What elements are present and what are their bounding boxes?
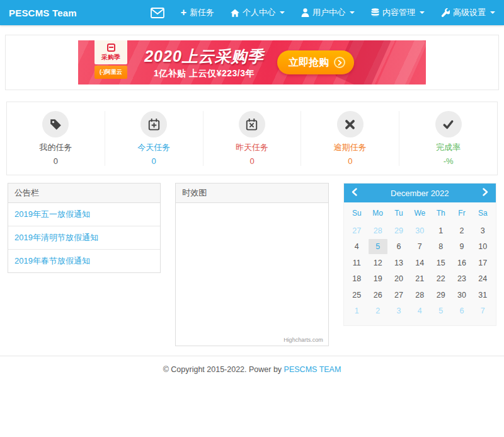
calendar-cell: 1 — [430, 223, 451, 239]
calendar-day[interactable]: 14 — [410, 255, 429, 271]
plus-icon: + — [181, 8, 186, 18]
calendar-day[interactable]: 29 — [432, 288, 450, 303]
calendar-day[interactable]: 20 — [389, 271, 408, 286]
calendar-day[interactable]: 27 — [389, 288, 408, 303]
calendar-day[interactable]: 23 — [452, 271, 471, 286]
copyright-text: © Copyright 2015-2022. Power by — [163, 365, 282, 374]
calendar-day[interactable]: 16 — [452, 255, 471, 271]
announcements-list: 2019年五一放假通知 2019年清明节放假通知 2019年春节放假通知 — [8, 203, 160, 272]
calendar-day[interactable]: 26 — [369, 288, 387, 303]
stat-label: 今天任务 — [105, 142, 203, 153]
calendar-cell: 13 — [388, 255, 409, 271]
stat-label: 昨天任务 — [203, 142, 301, 153]
calendar-cell: 6 — [388, 239, 409, 255]
announcements-panel: 公告栏 2019年五一放假通知 2019年清明节放假通知 2019年春节放假通知 — [8, 183, 161, 273]
calendar-day[interactable]: 3 — [473, 223, 492, 238]
calendar-day[interactable]: 1 — [347, 303, 366, 318]
calendar-day[interactable]: 5 — [432, 303, 450, 318]
calendar-day[interactable]: 9 — [452, 239, 471, 254]
calendar-prev-button[interactable] — [350, 186, 358, 200]
calendar-cell: 11 — [346, 255, 367, 271]
calendar-day[interactable]: 1 — [432, 223, 450, 238]
weekday-label: Sa — [472, 209, 493, 218]
calendar-day[interactable]: 8 — [432, 239, 450, 254]
calendar-day[interactable]: 18 — [347, 271, 366, 286]
calendar-day[interactable]: 13 — [389, 255, 408, 271]
calendar-day[interactable]: 28 — [410, 288, 429, 303]
calendar-day[interactable]: 27 — [347, 223, 366, 238]
calendar-day[interactable]: 5 — [369, 239, 387, 254]
pescms-team-link[interactable]: PESCMS TEAM — [284, 365, 341, 374]
calendar-day[interactable]: 2 — [369, 303, 387, 318]
nav-new-task[interactable]: + 新任务 — [181, 7, 214, 18]
chevron-right-icon — [483, 187, 488, 199]
calendar-day[interactable]: 7 — [473, 303, 492, 318]
alibaba-cloud-badge: 采购季 (-)阿里云 — [94, 40, 127, 79]
messages-button[interactable] — [151, 8, 164, 18]
calendar-next-button[interactable] — [481, 186, 490, 200]
nav-personal-center[interactable]: 个人中心 — [231, 7, 285, 18]
list-item: 2019年五一放假通知 — [8, 203, 160, 226]
panels-row: 公告栏 2019年五一放假通知 2019年清明节放假通知 2019年春节放假通知… — [8, 183, 496, 346]
calendar-day[interactable]: 2 — [452, 223, 471, 238]
nav-advanced-settings[interactable]: 高级设置 — [441, 7, 495, 18]
calendar-day[interactable]: 7 — [410, 239, 429, 254]
calendar-day[interactable]: 17 — [473, 255, 492, 271]
calendar-day[interactable]: 4 — [410, 303, 429, 318]
calendar-cell: 1 — [346, 303, 367, 320]
calendar-day[interactable]: 6 — [452, 303, 471, 318]
buy-now-label: 立即抢购 — [289, 56, 329, 69]
calendar-cell: 2 — [367, 303, 388, 320]
announcement-link[interactable]: 2019年五一放假通知 — [8, 203, 160, 226]
calendar-cell: 15 — [430, 255, 451, 271]
calendar-cell: 4 — [346, 239, 367, 255]
announcement-link[interactable]: 2019年清明节放假通知 — [8, 226, 160, 249]
calendar-day[interactable]: 30 — [452, 288, 471, 303]
stat-value: 0 — [301, 156, 399, 166]
calendar-day[interactable]: 3 — [389, 303, 408, 318]
calendar-day[interactable]: 30 — [410, 223, 429, 238]
calendar-cell: 25 — [346, 287, 367, 303]
announcement-link[interactable]: 2019年春节放假通知 — [8, 250, 160, 272]
calendar-day[interactable]: 21 — [410, 271, 429, 286]
nav-content-manage[interactable]: 内容管理 — [371, 7, 425, 18]
calendar-day[interactable]: 4 — [347, 239, 366, 254]
calendar-day[interactable]: 12 — [369, 255, 387, 271]
ad-banner[interactable]: 采购季 (-)阿里云 2020上云采购季 1亿补贴 上云仅¥223/3年 立即抢… — [78, 40, 426, 84]
stats-card: 我的任务 0 今天任务 0 昨天任务 0 逾期任务 0 完成率 -% — [6, 102, 498, 175]
buy-now-button[interactable]: 立即抢购 — [277, 50, 354, 74]
calendar-day[interactable]: 10 — [473, 239, 492, 254]
calendar-cell: 27 — [346, 223, 367, 239]
calendar-cell: 6 — [451, 303, 472, 320]
database-icon — [371, 8, 379, 17]
chevron-down-icon — [490, 11, 495, 14]
tag-icon — [42, 111, 69, 137]
knot-emblem-icon — [107, 44, 115, 52]
nav-personal-center-label: 个人中心 — [243, 7, 275, 18]
nav-user-center-label: 用户中心 — [312, 7, 345, 18]
calendar-day[interactable]: 22 — [432, 271, 450, 286]
calendar-cell: 4 — [410, 303, 430, 320]
highcharts-credits-link[interactable]: Highcharts.com — [284, 337, 323, 343]
calendar-day[interactable]: 19 — [369, 271, 387, 286]
aging-chart-panel: 时效图 Highcharts.com — [175, 183, 328, 346]
stat-yesterday-tasks: 昨天任务 0 — [203, 111, 301, 166]
calendar-day[interactable]: 15 — [432, 255, 450, 271]
list-item: 2019年清明节放假通知 — [8, 226, 160, 249]
calendar-cell: 3 — [472, 223, 493, 239]
calendar-cell: 9 — [451, 239, 472, 255]
banner-subtitle: 1亿补贴 上云仅¥223/3年 — [139, 68, 270, 79]
calendar-day[interactable]: 25 — [347, 288, 366, 303]
calendar-weekday-row: Su Mo Tu We Th Fr Sa — [344, 202, 496, 221]
calendar-day[interactable]: 31 — [473, 288, 492, 303]
calendar-cell: 21 — [410, 271, 430, 288]
stat-completion-rate: 完成率 -% — [399, 111, 497, 166]
calendar-day[interactable]: 11 — [347, 255, 366, 271]
calendar-cell: 20 — [388, 271, 409, 288]
calendar-day[interactable]: 24 — [473, 271, 492, 286]
calendar-day[interactable]: 6 — [389, 239, 408, 254]
nav-user-center[interactable]: 用户中心 — [301, 7, 355, 18]
brand-link[interactable]: PESCMS Team — [9, 8, 77, 18]
calendar-day[interactable]: 28 — [369, 223, 387, 238]
calendar-day[interactable]: 29 — [389, 223, 408, 238]
